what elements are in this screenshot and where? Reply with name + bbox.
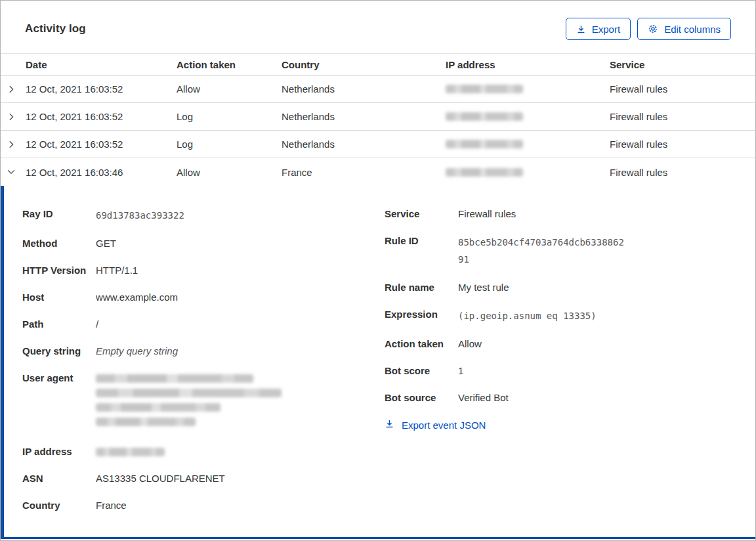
table-row[interactable]: 12 Oct, 2021 16:03:52 Log Netherlands Fi… (1, 131, 755, 158)
cell-action-taken: Log (177, 111, 282, 122)
field-country: Country France (22, 498, 364, 513)
cell-service: Firewall rules (610, 139, 755, 150)
cell-action-taken: Allow (177, 167, 282, 178)
column-header-country: Country (282, 59, 446, 70)
field-http-version: HTTP Version HTTP/1.1 (22, 263, 364, 278)
download-icon (576, 24, 586, 34)
field-host: Host www.example.com (22, 290, 364, 305)
cell-date: 12 Oct, 2021 16:03:52 (26, 83, 177, 95)
cell-ip-address-redacted (446, 112, 610, 121)
table-row[interactable]: 12 Oct, 2021 16:03:52 Log Netherlands Fi… (1, 103, 755, 131)
field-user-agent-redacted: User agent (22, 371, 364, 432)
chevron-right-icon[interactable] (1, 112, 26, 121)
export-button-label: Export (592, 24, 620, 35)
export-event-json-label: Export event JSON (402, 420, 486, 431)
field-method: Method GET (22, 236, 364, 251)
field-bot-score: Bot score 1 (385, 364, 731, 378)
cell-country: Netherlands (282, 83, 446, 95)
column-header-action-taken: Action taken (177, 59, 282, 70)
cell-country: Netherlands (282, 111, 446, 122)
event-detail-panel: Ray ID 69d13783ac393322 Method GET HTTP … (1, 186, 755, 539)
cell-ip-address-redacted (446, 168, 610, 177)
field-ip-address-redacted: IP address (22, 444, 364, 459)
chevron-right-icon[interactable] (1, 85, 26, 94)
export-event-json-link[interactable]: Export event JSON (385, 419, 486, 431)
field-path: Path / (22, 317, 364, 332)
column-header-date: Date (26, 59, 177, 70)
field-service: Service Firewall rules (385, 207, 731, 221)
field-rule-name: Rule name My test rule (385, 280, 731, 295)
field-asn: ASN AS13335 CLOUDFLARENET (22, 471, 364, 486)
edit-columns-button[interactable]: Edit columns (637, 18, 731, 40)
cell-country: Netherlands (282, 139, 446, 150)
column-header-ip-address: IP address (446, 59, 610, 70)
activity-log-panel: Activity log Export Edit columns (0, 0, 756, 541)
edit-columns-button-label: Edit columns (664, 24, 721, 35)
cell-date: 12 Oct, 2021 16:03:52 (26, 139, 177, 150)
field-expression: Expression (ip.geoip.asnum eq 13335) (385, 307, 731, 324)
table-header-row: Date Action taken Country IP address Ser… (1, 53, 755, 76)
cell-action-taken: Log (177, 139, 282, 150)
table-row[interactable]: 12 Oct, 2021 16:03:52 Allow Netherlands … (1, 76, 755, 103)
field-ray-id: Ray ID 69d13783ac393322 (22, 207, 364, 224)
cell-date: 12 Oct, 2021 16:03:46 (26, 167, 177, 178)
toolbar: Export Edit columns (566, 18, 731, 40)
cell-service: Firewall rules (610, 83, 755, 95)
field-action-taken: Action taken Allow (385, 337, 731, 351)
column-header-service: Service (610, 59, 755, 70)
cell-ip-address-redacted (446, 140, 610, 148)
field-query-string: Query string Empty query string (22, 344, 364, 358)
detail-right-column: Service Firewall rules Rule ID 85bce5b20… (385, 207, 731, 530)
field-bot-source: Bot source Verified Bot (385, 391, 731, 405)
cell-service: Firewall rules (610, 111, 755, 122)
table-row-expanded[interactable]: 12 Oct, 2021 16:03:46 Allow France Firew… (1, 158, 755, 186)
cell-ip-address-redacted (446, 85, 610, 93)
field-rule-id: Rule ID 85bce5b204cf4703a764dcb633886291 (385, 234, 731, 268)
download-icon (385, 419, 394, 431)
detail-left-column: Ray ID 69d13783ac393322 Method GET HTTP … (22, 207, 364, 530)
cell-date: 12 Oct, 2021 16:03:52 (26, 111, 177, 122)
export-button[interactable]: Export (566, 18, 631, 40)
gear-icon (648, 24, 658, 34)
cell-country: France (282, 167, 446, 178)
chevron-down-icon[interactable] (1, 167, 26, 177)
cell-action-taken: Allow (177, 83, 282, 95)
cell-service: Firewall rules (610, 167, 755, 178)
header: Activity log Export Edit columns (1, 1, 755, 53)
page-title: Activity log (25, 22, 86, 35)
chevron-right-icon[interactable] (1, 140, 26, 149)
